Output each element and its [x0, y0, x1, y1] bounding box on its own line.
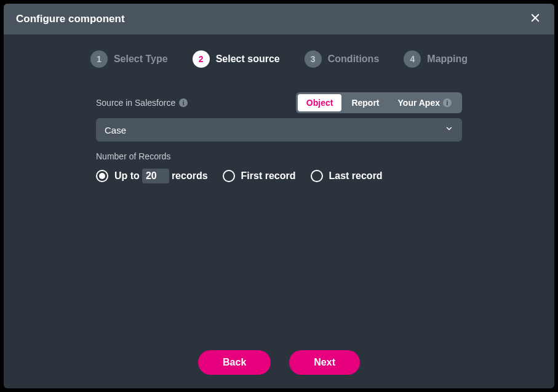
radio-icon — [96, 170, 108, 182]
wizard-stepper: 1 Select Type 2 Select source 3 Conditio… — [4, 34, 554, 80]
modal-footer: Back Next — [4, 337, 554, 388]
step-mapping[interactable]: 4 Mapping — [404, 50, 468, 68]
close-icon — [530, 12, 541, 26]
step-label: Conditions — [328, 54, 380, 65]
records-label: Number of Records — [96, 151, 462, 161]
segment-label: Object — [306, 98, 333, 108]
step-number: 4 — [404, 50, 421, 68]
upto-prefix: Up to — [114, 170, 140, 182]
source-label: Source in Salesforce i — [96, 98, 188, 108]
source-object-select[interactable]: Case — [96, 118, 462, 142]
radio-label: Up to records — [114, 169, 208, 183]
radio-icon — [223, 170, 235, 182]
modal-content: Source in Salesforce i Object Report You… — [4, 80, 554, 337]
info-icon: i — [443, 98, 452, 107]
info-icon[interactable]: i — [179, 98, 188, 107]
radio-label: First record — [241, 170, 296, 182]
configure-component-modal: Configure component 1 Select Type 2 Sele… — [4, 4, 554, 388]
segment-label: Your Apex — [398, 98, 440, 108]
step-label: Mapping — [427, 54, 468, 65]
source-label-text: Source in Salesforce — [96, 98, 175, 108]
records-radio-group: Up to records First record Last record — [96, 169, 462, 183]
source-field-row: Source in Salesforce i Object Report You… — [96, 92, 462, 113]
modal-title: Configure component — [16, 13, 125, 25]
next-button[interactable]: Next — [289, 350, 360, 375]
step-select-source[interactable]: 2 Select source — [193, 50, 280, 68]
source-type-segmented: Object Report Your Apex i — [296, 92, 462, 113]
upto-suffix: records — [172, 170, 208, 182]
step-number: 1 — [90, 50, 108, 68]
upto-count-input[interactable] — [142, 169, 169, 183]
back-button[interactable]: Back — [198, 350, 271, 375]
segment-object[interactable]: Object — [298, 94, 342, 111]
radio-icon — [311, 170, 323, 182]
step-label: Select source — [216, 54, 280, 65]
step-label: Select Type — [114, 54, 168, 65]
chevron-down-icon — [445, 124, 453, 135]
radio-up-to[interactable]: Up to records — [96, 169, 208, 183]
radio-first-record[interactable]: First record — [223, 170, 296, 182]
step-number: 2 — [193, 50, 210, 68]
step-select-type[interactable]: 1 Select Type — [90, 50, 168, 68]
radio-last-record[interactable]: Last record — [311, 170, 383, 182]
step-number: 3 — [305, 50, 322, 68]
radio-label: Last record — [329, 170, 383, 182]
segment-label: Report — [351, 98, 379, 108]
select-value: Case — [105, 125, 126, 135]
step-conditions[interactable]: 3 Conditions — [305, 50, 380, 68]
modal-header: Configure component — [4, 4, 554, 34]
close-button[interactable] — [528, 12, 542, 26]
segment-your-apex[interactable]: Your Apex i — [389, 94, 460, 111]
segment-report[interactable]: Report — [343, 94, 388, 111]
